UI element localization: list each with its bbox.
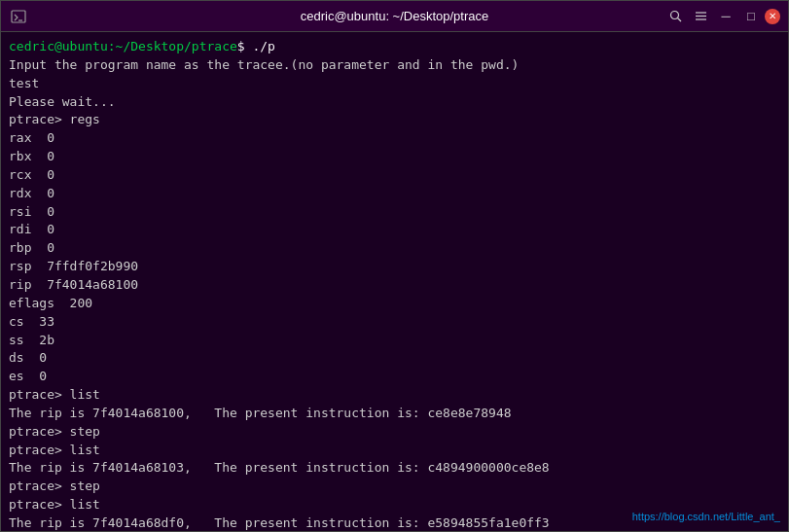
terminal-line-11: rdi 0	[9, 221, 780, 239]
terminal-line-22: ptrace> step	[9, 423, 780, 442]
terminal-line-5: ptrace> regs	[9, 111, 780, 129]
terminal-line-20: ptrace> list	[9, 386, 780, 405]
terminal-line-24: The rip is 7f4014a68103, The present ins…	[9, 459, 780, 478]
window-title: cedric@ubuntu: ~/Desktop/ptrace	[301, 9, 489, 23]
terminal-icon	[9, 7, 28, 26]
window-controls: ─ □ ✕	[663, 6, 780, 27]
titlebar-left	[9, 7, 28, 26]
terminal-line-17: ss 2b	[9, 332, 780, 350]
terminal-line-25: ptrace> step	[9, 478, 780, 496]
close-button[interactable]: ✕	[765, 9, 780, 24]
terminal-line-15: eflags 200	[9, 295, 780, 313]
terminal-line-2: Input the program name as the tracee.(no…	[9, 56, 780, 75]
terminal-line-8: rcx 0	[9, 166, 780, 185]
minimize-button[interactable]: ─	[714, 6, 737, 27]
watermark-link[interactable]: https://blog.csdn.net/Little_ant_	[632, 510, 780, 525]
terminal-line-19: es 0	[9, 368, 780, 386]
svg-line-3	[677, 18, 681, 22]
terminal-line-3: test	[9, 75, 780, 93]
terminal-line-21: The rip is 7f4014a68100, The present ins…	[9, 405, 780, 423]
maximize-button[interactable]: □	[739, 6, 763, 27]
terminal-line-13: rsp 7ffdf0f2b990	[9, 258, 780, 276]
terminal-line-23: ptrace> list	[9, 442, 780, 460]
terminal-window: cedric@ubuntu: ~/Desktop/ptrace ─ □ ✕ ce…	[0, 0, 789, 532]
terminal-line-1: cedric@ubuntu:~/Desktop/ptrace$ ./p	[9, 38, 780, 56]
titlebar: cedric@ubuntu: ~/Desktop/ptrace ─ □ ✕	[1, 1, 788, 32]
svg-point-2	[670, 12, 678, 19]
terminal-line-6: rax 0	[9, 129, 780, 148]
terminal-line-7: rbx 0	[9, 148, 780, 166]
menu-button[interactable]	[689, 6, 712, 27]
terminal-line-12: rbp 0	[9, 239, 780, 258]
terminal-line-9: rdx 0	[9, 185, 780, 203]
terminal-line-16: cs 33	[9, 313, 780, 332]
terminal-line-18: ds 0	[9, 349, 780, 368]
terminal-line-10: rsi 0	[9, 203, 780, 222]
terminal-line-14: rip 7f4014a68100	[9, 276, 780, 295]
search-button[interactable]	[663, 6, 687, 27]
terminal-line-4: Please wait...	[9, 93, 780, 112]
terminal-body[interactable]: cedric@ubuntu:~/Desktop/ptrace$ ./p Inpu…	[1, 32, 788, 531]
